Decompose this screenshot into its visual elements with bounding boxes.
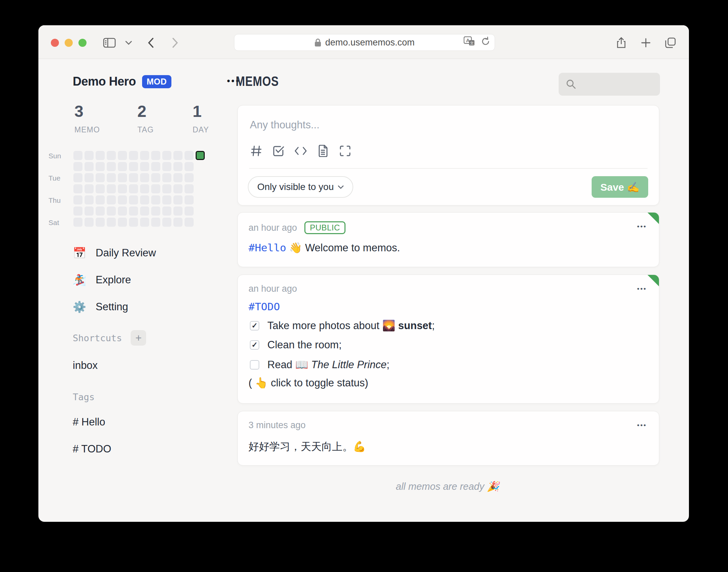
heatmap-cell[interactable]	[118, 218, 127, 227]
heatmap-cell[interactable]	[96, 195, 105, 204]
fullscreen-window-button[interactable]	[78, 39, 87, 47]
heatmap-cell[interactable]	[96, 173, 105, 182]
add-shortcut-button[interactable]: +	[131, 330, 146, 346]
heatmap-cell-today[interactable]	[196, 151, 205, 160]
tag-item-todo[interactable]: # TODO	[73, 443, 111, 455]
heatmap-cell[interactable]	[185, 195, 194, 204]
heatmap-cell[interactable]	[118, 151, 127, 160]
heatmap-cell[interactable]	[185, 151, 194, 160]
heatmap-cell[interactable]	[107, 206, 116, 216]
heatmap-cell[interactable]	[73, 195, 82, 204]
heatmap-cell[interactable]	[151, 195, 160, 204]
heatmap-cell[interactable]	[73, 162, 82, 171]
code-icon[interactable]	[294, 145, 307, 157]
heatmap-cell[interactable]	[85, 151, 94, 160]
heatmap-cell[interactable]	[118, 184, 127, 193]
heatmap-cell[interactable]	[129, 195, 138, 204]
heatmap-cell[interactable]	[151, 173, 160, 182]
heatmap-cell[interactable]	[96, 184, 105, 193]
heatmap-cell[interactable]	[162, 206, 171, 216]
heatmap-cell[interactable]	[173, 206, 183, 216]
share-icon[interactable]	[613, 34, 630, 51]
memo-tag[interactable]: #Hello	[249, 242, 286, 254]
visibility-selector[interactable]: Only visible to you	[248, 176, 353, 198]
heatmap-cell[interactable]	[185, 218, 194, 227]
address-bar[interactable]: demo.usememos.com A 文	[234, 34, 495, 51]
heatmap-cell[interactable]	[140, 162, 149, 171]
heatmap-cell[interactable]	[73, 151, 82, 160]
close-window-button[interactable]	[51, 39, 59, 47]
heatmap-cell[interactable]	[173, 218, 183, 227]
heatmap-cell[interactable]	[118, 162, 127, 171]
heatmap-cell[interactable]	[107, 184, 116, 193]
heatmap-cell[interactable]	[129, 184, 138, 193]
todo-checkbox-checked[interactable]: ✓	[250, 340, 259, 350]
heatmap-cell[interactable]	[151, 218, 160, 227]
heatmap-cell[interactable]	[162, 218, 171, 227]
heatmap-cell[interactable]	[96, 218, 105, 227]
translate-icon[interactable]: A 文	[464, 36, 475, 49]
heatmap-cell[interactable]	[173, 162, 183, 171]
heatmap-cell[interactable]	[118, 173, 127, 182]
todo-checkbox-checked[interactable]: ✓	[250, 321, 259, 330]
heatmap-cell[interactable]	[185, 162, 194, 171]
heatmap-cell[interactable]	[140, 195, 149, 204]
memo-menu-button[interactable]: •••	[637, 285, 647, 292]
heatmap-cell[interactable]	[129, 173, 138, 182]
heatmap-cell[interactable]	[129, 218, 138, 227]
memo-editor[interactable]: Any thoughts...	[250, 119, 320, 131]
heatmap-cell[interactable]	[118, 206, 127, 216]
heatmap-cell[interactable]	[162, 173, 171, 182]
heatmap-cell[interactable]	[107, 195, 116, 204]
heatmap-cell[interactable]	[107, 151, 116, 160]
heatmap-cell[interactable]	[162, 184, 171, 193]
shortcut-item-inbox[interactable]: inbox	[73, 359, 98, 372]
save-button[interactable]: Save ✍️	[592, 176, 648, 198]
heatmap-cell[interactable]	[107, 162, 116, 171]
heatmap-cell[interactable]	[96, 151, 105, 160]
heatmap-cell[interactable]	[173, 151, 183, 160]
reload-icon[interactable]	[481, 37, 490, 49]
heatmap-cell[interactable]	[129, 162, 138, 171]
minimize-window-button[interactable]	[65, 39, 73, 47]
heatmap-cell[interactable]	[162, 151, 171, 160]
heatmap-cell[interactable]	[140, 206, 149, 216]
heatmap-cell[interactable]	[140, 151, 149, 160]
heatmap-cell[interactable]	[140, 218, 149, 227]
heatmap-cell[interactable]	[85, 195, 94, 204]
memo-tag[interactable]: #TODO	[249, 300, 280, 313]
heatmap-cell[interactable]	[129, 206, 138, 216]
sidebar-item-daily-review[interactable]: 📅 Daily Review	[73, 245, 156, 261]
heatmap-cell[interactable]	[162, 162, 171, 171]
tag-icon[interactable]	[250, 145, 263, 157]
heatmap-cell[interactable]	[162, 195, 171, 204]
heatmap-cell[interactable]	[185, 173, 194, 182]
heatmap-cell[interactable]	[118, 195, 127, 204]
user-profile[interactable]: Demo Hero MOD	[73, 74, 171, 89]
heatmap-cell[interactable]	[173, 184, 183, 193]
heatmap-cell[interactable]	[140, 173, 149, 182]
heatmap-cell[interactable]	[173, 173, 183, 182]
tag-item-hello[interactable]: # Hello	[73, 416, 105, 428]
heatmap-cell[interactable]	[73, 206, 82, 216]
heatmap-cell[interactable]	[185, 206, 194, 216]
heatmap-cell[interactable]	[173, 195, 183, 204]
heatmap-cell[interactable]	[85, 173, 94, 182]
heatmap-cell[interactable]	[85, 218, 94, 227]
heatmap-cell[interactable]	[96, 162, 105, 171]
back-button[interactable]	[142, 34, 159, 51]
new-tab-icon[interactable]	[637, 34, 654, 51]
heatmap-cell[interactable]	[85, 162, 94, 171]
heatmap-cell[interactable]	[73, 184, 82, 193]
tab-overview-icon[interactable]	[662, 34, 679, 51]
heatmap-cell[interactable]	[151, 162, 160, 171]
forward-button[interactable]	[167, 34, 184, 51]
heatmap-cell[interactable]	[107, 173, 116, 182]
sidebar-toggle-icon[interactable]	[101, 34, 118, 51]
document-icon[interactable]	[317, 145, 329, 157]
heatmap-cell[interactable]	[107, 218, 116, 227]
fullscreen-icon[interactable]	[339, 145, 352, 157]
sidebar-item-setting[interactable]: ⚙️ Setting	[73, 299, 128, 315]
heatmap-cell[interactable]	[85, 206, 94, 216]
memo-menu-button[interactable]: •••	[637, 223, 647, 230]
